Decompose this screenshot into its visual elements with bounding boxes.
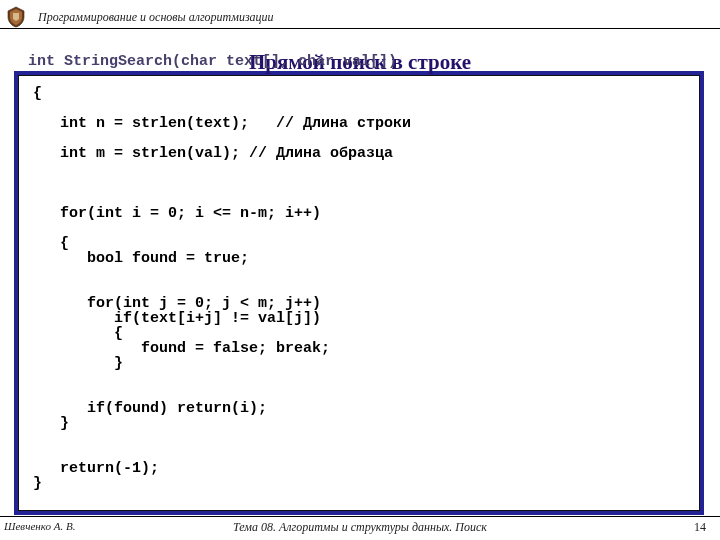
header-divider xyxy=(0,28,720,29)
code-block: { int n = strlen(text); // Длина строки … xyxy=(18,75,700,511)
footer-topic: Тема 08. Алгоритмы и структуры данных. П… xyxy=(0,520,720,535)
crest-icon xyxy=(4,6,28,28)
function-signature: int StringSearch(char text[], char val[]… xyxy=(28,53,397,70)
course-title: Программирование и основы алгоритмизации xyxy=(38,10,274,25)
header: Программирование и основы алгоритмизации xyxy=(0,0,720,30)
page-number: 14 xyxy=(694,520,706,535)
slide: Программирование и основы алгоритмизации… xyxy=(0,0,720,540)
